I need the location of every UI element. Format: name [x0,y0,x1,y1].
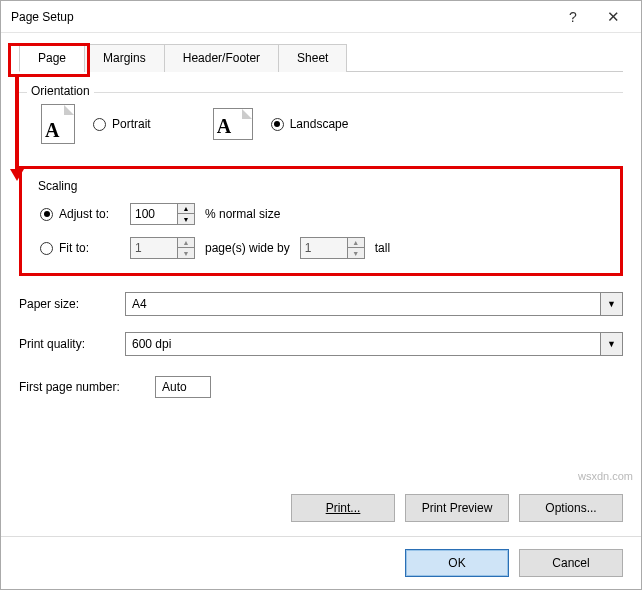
fit-tall-spinner[interactable]: ▲ ▼ [300,237,365,259]
page-setup-dialog: Page Setup ? ✕ Page Margins Header/Foote… [0,0,642,590]
print-quality-label: Print quality: [19,337,115,351]
ok-button-label: OK [448,556,465,570]
print-quality-combo[interactable]: 600 dpi ▼ [125,332,623,356]
paper-size-combo[interactable]: A4 ▼ [125,292,623,316]
tab-sheet[interactable]: Sheet [278,44,347,72]
print-quality-dropdown-icon[interactable]: ▼ [600,333,622,355]
adjust-up-button[interactable]: ▲ [178,204,194,214]
tab-strip: Page Margins Header/Footer Sheet [19,43,623,72]
portrait-radio[interactable]: Portrait [93,117,151,131]
adjust-suffix: % normal size [205,207,280,221]
tab-header-footer[interactable]: Header/Footer [164,44,279,72]
fit-wide-input[interactable] [131,238,177,258]
cancel-button-label: Cancel [552,556,589,570]
orientation-group: Orientation A Portrait A Landscape [19,84,623,158]
adjust-down-button[interactable]: ▼ [178,214,194,224]
first-page-input[interactable] [155,376,211,398]
tab-sheet-label: Sheet [297,51,328,65]
portrait-icon: A [41,104,75,144]
tab-headerfooter-label: Header/Footer [183,51,260,65]
fit-wide-down-button[interactable]: ▼ [178,248,194,258]
paper-size-value: A4 [132,297,147,311]
fit-tall-down-button[interactable]: ▼ [348,248,364,258]
portrait-label: Portrait [112,117,151,131]
orientation-legend: Orientation [27,84,94,98]
dialog-content: Page Margins Header/Footer Sheet Orienta… [1,33,641,536]
paper-size-label: Paper size: [19,297,115,311]
scaling-legend: Scaling [34,179,81,193]
title-text: Page Setup [11,10,553,24]
options-button[interactable]: Options... [519,494,623,522]
help-button[interactable]: ? [553,3,593,31]
title-bar: Page Setup ? ✕ [1,1,641,33]
fit-mid-label: page(s) wide by [205,241,290,255]
paper-size-dropdown-icon[interactable]: ▼ [600,293,622,315]
fit-wide-spinner[interactable]: ▲ ▼ [130,237,195,259]
fit-suffix: tall [375,241,390,255]
tab-page[interactable]: Page [19,44,85,72]
adjust-to-radio[interactable]: Adjust to: [40,207,120,221]
options-button-label: Options... [545,501,596,515]
tab-page-label: Page [38,51,66,65]
close-button[interactable]: ✕ [593,3,633,31]
print-preview-label: Print Preview [422,501,493,515]
landscape-icon: A [213,108,253,140]
landscape-label: Landscape [290,117,349,131]
scaling-group: Scaling Adjust to: ▲ ▼ % normal size [19,166,623,276]
landscape-radio[interactable]: Landscape [271,117,349,131]
fit-tall-input[interactable] [301,238,347,258]
print-quality-value: 600 dpi [132,337,171,351]
print-button-label: Print... [326,501,361,515]
print-preview-button[interactable]: Print Preview [405,494,509,522]
fit-to-label: Fit to: [59,241,89,255]
print-button[interactable]: Print... [291,494,395,522]
action-button-row: Print... Print Preview Options... [19,494,623,522]
adjust-to-label: Adjust to: [59,207,109,221]
adjust-to-spinner[interactable]: ▲ ▼ [130,203,195,225]
cancel-button[interactable]: Cancel [519,549,623,577]
adjust-to-input[interactable] [131,204,177,224]
tab-margins[interactable]: Margins [84,44,165,72]
dialog-footer: OK Cancel [1,536,641,589]
first-page-label: First page number: [19,380,145,394]
fit-to-radio[interactable]: Fit to: [40,241,120,255]
fit-wide-up-button[interactable]: ▲ [178,238,194,248]
tab-margins-label: Margins [103,51,146,65]
ok-button[interactable]: OK [405,549,509,577]
fit-tall-up-button[interactable]: ▲ [348,238,364,248]
